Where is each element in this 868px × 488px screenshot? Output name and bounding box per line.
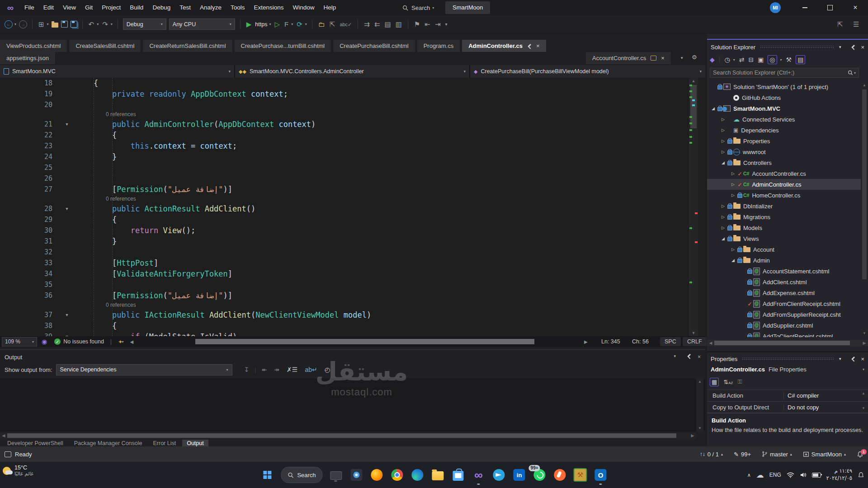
sync-dropdown-icon[interactable]: ▾ [780,58,782,62]
code-line-24[interactable]: 24 } [0,151,705,162]
tray-notifications-icon[interactable] [858,472,864,479]
code-line-35[interactable]: 35 [0,279,705,290]
expanded-arrow-icon[interactable]: ◢ [710,106,717,111]
minimize-button[interactable] [792,0,817,15]
scroll-left-icon[interactable]: ◀ [130,339,134,344]
code-line-25[interactable]: 25 [0,162,705,173]
scroll-left-icon[interactable]: ◀ [0,432,7,439]
menu-analyze[interactable]: Analyze [195,0,226,15]
global-search-button[interactable]: Search ▾ [398,2,439,14]
close-panel-icon[interactable]: × [861,44,864,51]
scroll-right-icon[interactable]: ▶ [861,340,868,346]
promote-tab-icon[interactable] [651,56,656,61]
postman-icon[interactable] [553,468,567,482]
sync-with-active-document-icon[interactable]: ◎ [768,55,777,64]
grid-scrollbar[interactable]: ▲ ▼ [860,389,867,412]
tab-createsalesbill-cshtml[interactable]: CreateSalesBill.cshtml [69,40,141,52]
collapsed-arrow-icon[interactable]: ▷ [720,225,726,230]
tree-vertical-scrollbar[interactable]: ▲ ▼ [861,81,868,337]
fold-chevron-icon[interactable]: ▼ [59,203,75,214]
collapsed-arrow-icon[interactable]: ▷ [720,204,726,208]
code-cleanup-dropdown[interactable]: ▾ [122,340,124,344]
code-line-34[interactable]: 34 [ValidateAntiForgeryToken] [0,268,705,279]
tree-item-smartmoon-mvc[interactable]: ◢SmartMoon.MVC [707,103,868,114]
menu-view[interactable]: View [58,0,80,15]
hot-reload-dropdown[interactable]: ▾ [291,22,293,26]
git-repository-button[interactable]: SmartMoon ▴ [803,451,846,458]
solution-configuration-select[interactable]: Debug▾ [123,19,166,30]
property-row-build-action[interactable]: Build ActionC# compiler [707,390,868,402]
expanded-arrow-icon[interactable]: ◢ [720,236,726,241]
collapsed-arrow-icon[interactable]: ▷ [730,193,736,197]
solution-explorer-search-input[interactable]: Search Solution Explorer (Ctrl+;) ▾ [710,68,859,78]
scroll-right-icon[interactable]: ▶ [584,339,588,344]
tree-item-addsupplier-cshtml[interactable]: @AddSupplier.cshtml [707,320,868,331]
tree-item-migrations[interactable]: ▷Migrations [707,211,868,222]
open-file-icon[interactable] [52,23,58,28]
pending-changes-filter-icon[interactable]: ◷ [724,56,730,63]
restart-dropdown[interactable]: ▾ [305,22,307,26]
save-icon[interactable] [61,21,68,28]
redo-icon[interactable]: ↷ [101,19,109,29]
output-source-select[interactable]: Service Dependencies▾ [56,364,232,375]
pin-icon[interactable] [687,354,691,358]
collapsed-arrow-icon[interactable]: ▷ [730,182,736,187]
tree-item-views[interactable]: ◢Views [707,233,868,244]
menu-file[interactable]: File [20,0,39,15]
pending-edits-button[interactable]: ✎ 99+ [734,451,751,458]
line-ending-indicator[interactable]: CRLF [683,337,707,346]
tree-item-wwwroot[interactable]: ▷wwwroot [707,146,868,157]
language-indicator[interactable]: ENG [769,472,781,478]
scroll-up-icon[interactable]: ▲ [689,78,698,84]
collapsed-arrow-icon[interactable]: ▷ [720,150,726,154]
menu-window[interactable]: Window [288,0,319,15]
code-line-33[interactable]: 33 [HttpPost] [0,258,705,268]
alphabetical-icon[interactable]: ⇅AZ [723,379,733,385]
scrollbar-thumb[interactable] [714,341,850,345]
intellicode-icon[interactable]: ◉ [42,338,47,345]
file-explorer-icon[interactable] [431,468,445,482]
code-line-26[interactable]: 26 [0,173,705,184]
find-message-icon[interactable]: ↧ [242,366,251,373]
maximize-button[interactable] [817,0,843,15]
output-vertical-scrollbar[interactable]: ▲ ▼ [696,378,703,432]
properties-wrench-icon[interactable]: ⚒ [786,56,792,63]
code-line-28[interactable]: 28▼ public ActionResult AddClient() [0,203,705,214]
output-horizontal-scrollbar[interactable]: ◀ ▶ [0,432,696,439]
properties-object-selector[interactable]: AdminController.cs File Properties ▾ [711,364,864,374]
properties-header[interactable]: Properties ▾ × [711,354,864,363]
linkedin-icon[interactable]: in [513,468,526,482]
taskbar-search[interactable]: Search [281,467,322,483]
tab-createreturnsalesbill-cshtml[interactable]: CreateReturnSalesBill.cshtml [143,40,232,52]
collapsed-arrow-icon[interactable]: ▷ [720,128,726,132]
close-tab-icon[interactable]: × [536,42,540,49]
tree-item-admincontroller-cs[interactable]: ▷✓C#AdminController.cs [707,179,868,190]
code-line-31[interactable]: 31 } [0,236,705,247]
tree-item-account[interactable]: ▷Account [707,244,868,255]
codelens-references[interactable]: 0 references [0,195,705,203]
outlook-icon[interactable]: O [594,468,608,482]
tree-item-properties[interactable]: ▷Properties [707,136,868,146]
property-value[interactable]: Do not copy [784,404,868,411]
microsoft-store-icon[interactable] [452,468,465,482]
code-line-22[interactable]: 22 { [0,130,705,141]
undo-dropdown[interactable]: ▾ [97,22,99,26]
telegram-icon[interactable] [492,468,506,482]
next-bookmark-icon[interactable]: ⇥ [434,19,442,29]
code-line-23[interactable]: 23 this.context = context; [0,141,705,151]
clear-all-icon[interactable]: ✗☰ [285,366,299,373]
toolbar-options-icon[interactable]: ▾ [444,19,448,29]
tree-item-controllers[interactable]: ◢Controllers [707,157,868,168]
preview-selected-icon[interactable]: ▣ [758,56,764,63]
comment-icon[interactable]: ▤ [383,19,392,29]
line-indicator[interactable]: Ln: 345 [601,338,620,345]
space-mode-indicator[interactable]: SPC [660,337,681,346]
undo-icon[interactable]: ↶ [88,19,95,29]
menu-debug[interactable]: Debug [148,0,175,15]
hot-reload-icon[interactable]: Ϝ [283,19,289,29]
indent-icon[interactable]: ⇉ [363,19,371,29]
tree-item-accountcontroller-cs[interactable]: ▷✓C#AccountController.cs [707,168,868,179]
sync-namespaces-icon[interactable]: ⇄ [739,56,745,63]
code-line-21[interactable]: 21▼ public AdminController(AppDbContext … [0,119,705,130]
property-row-copy-to-output-direct[interactable]: Copy to Output DirectDo not copy [707,402,868,413]
